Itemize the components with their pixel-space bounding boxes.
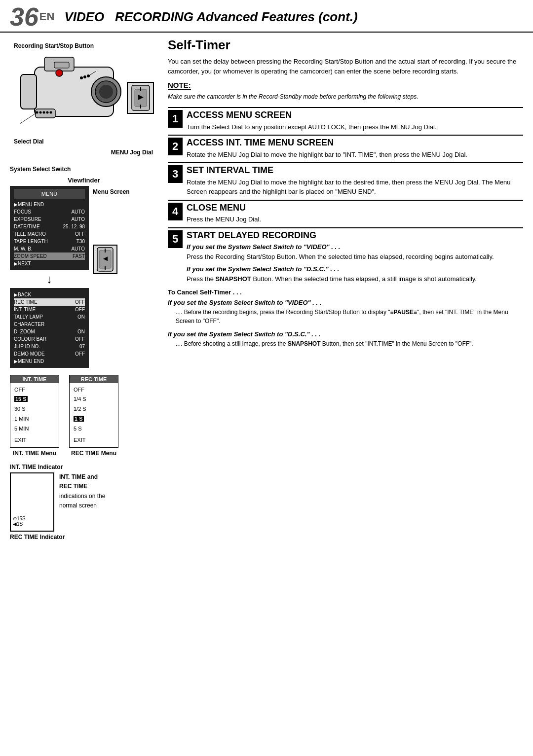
- step-5-header: START DELAYED RECORDING: [187, 230, 523, 241]
- rec-time-1s: 1 S: [74, 414, 114, 424]
- svg-point-17: [50, 111, 52, 114]
- svg-point-10: [83, 75, 86, 78]
- menu-item-end1: ▶MENU END: [14, 201, 85, 208]
- int-time-off: OFF: [14, 385, 55, 395]
- menu-item-tally: TALLY LAMPON: [14, 313, 85, 321]
- indicator-text-line3: indications on the: [59, 492, 105, 501]
- menu-jog-label: MENU Jog Dial: [111, 149, 153, 156]
- jog-dial-box: ▶: [127, 82, 154, 114]
- rec-time-half: 1/2 S: [74, 404, 114, 414]
- svg-line-18: [20, 112, 37, 124]
- step-5-desc2-italic: If you set the System Select Switch to "…: [187, 264, 523, 274]
- cancel-title: To Cancel Self-Timer . . .: [168, 288, 523, 296]
- svg-point-14: [39, 111, 42, 114]
- cancel-video-subsection: If you set the System Select Switch to "…: [168, 299, 523, 325]
- arrow-down: ↓: [10, 272, 89, 286]
- indicator-section: INT. TIME Indicator ⊙15S ◀1S INT. TIME a…: [10, 464, 158, 540]
- left-column: Recording Start/Stop Button: [10, 37, 163, 540]
- step-3-desc: Rotate the MENU Jog Dial to move the hig…: [187, 178, 523, 197]
- svg-text:◀: ◀: [103, 255, 108, 262]
- step-2: 2 ACCESS INT. TIME MENU SCREEN Rotate th…: [168, 135, 523, 159]
- indicator-text-line4: normal screen: [59, 501, 105, 510]
- menu-item-datetime: DATE/TIME25. 12. 98: [14, 223, 85, 230]
- system-select-label: System Select Switch: [10, 166, 158, 173]
- indicator-bottom-labels: ⊙15S ◀1S: [13, 516, 26, 527]
- step-3: 3 SET INTERVAL TIME Rotate the MENU Jog …: [168, 162, 523, 197]
- menu-item-mwb: M. W. B.AUTO: [14, 245, 85, 252]
- step-4-number: 4: [168, 203, 183, 220]
- viewfinder-title: Viewfinder: [10, 177, 158, 184]
- step-5-content: START DELAYED RECORDING If you set the S…: [187, 230, 523, 284]
- step-5: 5 START DELAYED RECORDING If you set the…: [168, 227, 523, 284]
- time-menus: INT. TIME OFF 15 S 30 S 1 MIN 5 MIN EXIT…: [10, 375, 158, 457]
- menu-item-zoom: ZOOM SPEEDFAST: [14, 252, 85, 260]
- indicator-layout: ⊙15S ◀1S INT. TIME and REC TIME indicati…: [10, 472, 158, 532]
- svg-point-16: [46, 111, 49, 114]
- cancel-dsc-subtitle: If you set the System Select Switch to "…: [168, 330, 523, 338]
- int-time-menu-label: INT. TIME Menu: [10, 450, 59, 457]
- camera-diagram: Recording Start/Stop Button: [10, 37, 158, 161]
- rec-time-menu-body: OFF 1/4 S 1/2 S 1 S 5 S EXIT: [70, 383, 118, 448]
- menu-item-rectime: REC TIMEOFF: [14, 298, 85, 306]
- int-time-30s: 30 S: [14, 404, 55, 414]
- camcorder-svg: [10, 37, 143, 136]
- jog-dial-svg: ▶: [131, 84, 151, 111]
- rec-time-menu: REC TIME OFF 1/4 S 1/2 S 1 S 5 S EXIT: [69, 375, 118, 448]
- indicator-int-time-val: ⊙15S: [13, 516, 26, 521]
- indicator-screen-inner: [11, 473, 53, 477]
- step-5-desc2: Press the SNAPSHOT Button. When the sele…: [187, 274, 523, 284]
- menu-screen-label: Menu Screen ◀: [93, 188, 130, 368]
- svg-point-7: [56, 70, 63, 76]
- int-time-menu-container: INT. TIME OFF 15 S 30 S 1 MIN 5 MIN EXIT…: [10, 375, 59, 457]
- page-header: 36 EN VIDEO RECORDING Advanced Features …: [0, 0, 533, 33]
- menu-item-tele: TELE MACROOFF: [14, 230, 85, 238]
- cancel-dsc-text: .... Before shooting a still image, pres…: [176, 339, 523, 348]
- step-1: 1 ACCESS MENU SCREEN Turn the Select Dia…: [168, 107, 523, 132]
- note-section: NOTE: Make sure the camcorder is in the …: [168, 81, 523, 101]
- indicator-screen: ⊙15S ◀1S: [10, 472, 54, 532]
- self-timer-title: Self-Timer: [168, 37, 523, 53]
- rec-time-indicator-label: REC TIME Indicator: [10, 534, 158, 540]
- rec-time-exit: EXIT: [74, 435, 114, 445]
- jog-dial-2: ◀: [93, 245, 117, 274]
- right-column: Self-Timer You can set the delay between…: [163, 37, 523, 540]
- int-time-menu-body: OFF 15 S 30 S 1 MIN 5 MIN EXIT: [10, 383, 59, 448]
- step-3-header: SET INTERVAL TIME: [187, 165, 523, 176]
- menu-item-inttime: INT. TIMEOFF: [14, 306, 85, 313]
- menu-item-colourbar: COLOUR BAROFF: [14, 335, 85, 343]
- cancel-video-text: .... Before the recording begins, press …: [176, 308, 523, 325]
- rec-time-menu-container: REC TIME OFF 1/4 S 1/2 S 1 S 5 S EXIT RE…: [69, 375, 118, 457]
- menu-item-char: CHARACTER: [14, 321, 85, 328]
- page-number: 36: [10, 4, 38, 30]
- indicator-rec-time-val: ◀1S: [13, 521, 26, 527]
- indicator-text-line2: REC TIME: [59, 482, 105, 491]
- cancel-dsc-subsection: If you set the System Select Switch to "…: [168, 330, 523, 348]
- svg-rect-6: [54, 62, 69, 68]
- rec-time-menu-label: REC TIME Menu: [69, 450, 118, 457]
- rec-time-quarter: 1/4 S: [74, 395, 114, 404]
- menu-screen-2: ▶BACK REC TIMEOFF INT. TIMEOFF TALLY LAM…: [10, 288, 89, 368]
- menu-item-jlip: JLIP ID NO.07: [14, 343, 85, 350]
- indicator-text-description: INT. TIME and REC TIME indications on th…: [59, 472, 105, 510]
- page-suffix: EN: [39, 10, 55, 23]
- menu-screen-1: MENU ▶MENU END FOCUSAUTO EXPOSUREAUTO DA…: [10, 186, 89, 270]
- step-2-content: ACCESS INT. TIME MENU SCREEN Rotate the …: [187, 138, 523, 159]
- rec-time-menu-header: REC TIME: [70, 375, 118, 383]
- int-time-5min: 5 MIN: [14, 424, 55, 434]
- step-2-desc: Rotate the MENU Jog Dial to move the hig…: [187, 150, 523, 160]
- step-5-desc: Press the Recording Start/Stop Button. W…: [187, 252, 523, 262]
- step-1-number: 1: [168, 110, 183, 128]
- int-time-menu-header: INT. TIME: [10, 375, 59, 383]
- select-dial-label: Select Dial: [14, 138, 44, 145]
- svg-text:▶: ▶: [138, 93, 143, 101]
- note-text: Make sure the camcorder is in the Record…: [168, 92, 523, 101]
- menu-screen-1-title: MENU: [14, 189, 85, 199]
- step-2-header: ACCESS INT. TIME MENU SCREEN: [187, 138, 523, 148]
- int-time-1min: 1 MIN: [14, 414, 55, 424]
- menu-item-next: ▶NEXT: [14, 260, 85, 267]
- menu-item-back: ▶BACK: [14, 291, 85, 298]
- int-time-indicator-label: INT. TIME Indicator: [10, 464, 158, 470]
- int-time-exit: EXIT: [14, 435, 55, 445]
- menu-item-focus: FOCUSAUTO: [14, 208, 85, 216]
- svg-rect-8: [36, 109, 55, 118]
